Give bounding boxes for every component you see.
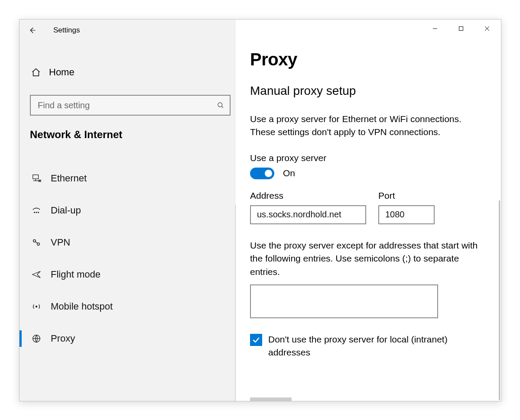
- sidebar-item-mobile-hotspot[interactable]: Mobile hotspot: [20, 291, 235, 323]
- dial-up-icon: [31, 205, 42, 216]
- app-title: Settings: [53, 26, 80, 35]
- settings-window: Settings Home Network & Internet: [19, 19, 501, 401]
- address-port-row: Address Port: [250, 191, 486, 224]
- sidebar-nav: Ethernet Dial-up VPN: [20, 162, 235, 355]
- content: Proxy Manual proxy setup Use a proxy ser…: [235, 19, 501, 359]
- exceptions-input[interactable]: [250, 284, 438, 318]
- address-input[interactable]: [250, 205, 366, 224]
- sidebar-item-flight-mode[interactable]: Flight mode: [20, 258, 235, 291]
- minimize-button[interactable]: [422, 20, 448, 37]
- search-icon: [217, 101, 224, 109]
- window-controls: [422, 20, 500, 37]
- sidebar-home-label: Home: [49, 67, 75, 78]
- page-title: Proxy: [250, 50, 486, 69]
- toggle-state-label: On: [283, 168, 295, 178]
- main-pane: Proxy Manual proxy setup Use a proxy ser…: [235, 19, 501, 401]
- maximize-icon: [458, 26, 464, 31]
- sidebar: Settings Home Network & Internet: [20, 19, 235, 401]
- search-box[interactable]: [30, 95, 231, 116]
- search-input[interactable]: [37, 100, 217, 111]
- save-button-partial[interactable]: [250, 397, 292, 401]
- sidebar-item-label: Proxy: [51, 333, 75, 344]
- sidebar-item-label: Dial-up: [51, 205, 81, 216]
- use-proxy-toggle[interactable]: [250, 168, 274, 179]
- sidebar-item-label: Mobile hotspot: [51, 301, 113, 312]
- close-button[interactable]: [474, 20, 500, 37]
- sidebar-home[interactable]: Home: [20, 63, 235, 82]
- close-icon: [484, 26, 490, 31]
- sidebar-item-label: VPN: [51, 237, 70, 248]
- hotspot-icon: [31, 301, 42, 312]
- sidebar-item-vpn[interactable]: VPN: [20, 226, 235, 258]
- exceptions-description: Use the proxy server except for addresse…: [250, 239, 486, 278]
- use-proxy-toggle-row: On: [250, 168, 486, 179]
- sidebar-item-dial-up[interactable]: Dial-up: [20, 194, 235, 226]
- minimize-icon: [432, 26, 438, 31]
- globe-icon: [31, 333, 42, 344]
- bypass-local-label: Don't use the proxy server for local (in…: [268, 333, 484, 359]
- svg-point-0: [218, 103, 222, 107]
- maximize-button[interactable]: [448, 20, 474, 37]
- bypass-local-row: Don't use the proxy server for local (in…: [250, 333, 484, 359]
- scrollbar[interactable]: [499, 200, 500, 400]
- svg-point-8: [36, 306, 37, 307]
- port-input[interactable]: [378, 205, 435, 224]
- vpn-icon: [31, 237, 42, 248]
- section-title: Manual proxy setup: [250, 84, 486, 98]
- sidebar-item-proxy[interactable]: Proxy: [20, 323, 235, 355]
- section-description: Use a proxy server for Ethernet or WiFi …: [250, 113, 486, 139]
- inner-scrollbar[interactable]: [235, 205, 236, 401]
- sidebar-section-title: Network & Internet: [30, 129, 235, 141]
- port-label: Port: [378, 191, 435, 201]
- svg-point-4: [36, 212, 37, 213]
- titlebar-left: Settings: [20, 19, 235, 35]
- address-label: Address: [250, 191, 366, 201]
- bypass-local-checkbox[interactable]: [250, 334, 262, 346]
- toggle-knob: [265, 170, 272, 177]
- ethernet-icon: [31, 173, 42, 184]
- sidebar-item-label: Flight mode: [51, 269, 101, 280]
- sidebar-item-ethernet[interactable]: Ethernet: [20, 162, 235, 194]
- svg-rect-1: [33, 175, 39, 179]
- svg-point-5: [38, 212, 39, 213]
- home-icon: [31, 67, 41, 78]
- back-button[interactable]: [24, 22, 40, 39]
- check-icon: [252, 336, 260, 344]
- svg-point-3: [34, 212, 35, 213]
- arrow-left-icon: [28, 26, 36, 34]
- use-proxy-label: Use a proxy server: [250, 153, 486, 163]
- sidebar-item-label: Ethernet: [51, 173, 87, 184]
- svg-rect-10: [459, 27, 463, 31]
- airplane-icon: [31, 269, 42, 280]
